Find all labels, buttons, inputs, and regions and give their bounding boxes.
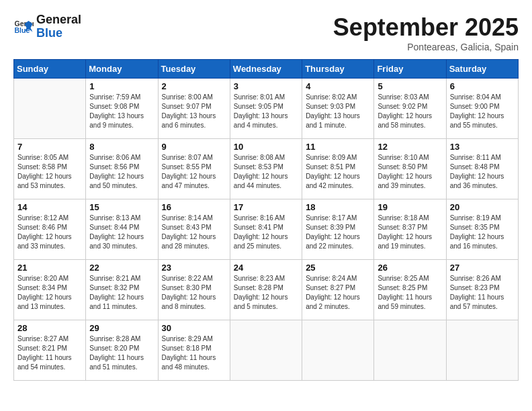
day-info: Sunrise: 8:11 AM Sunset: 8:48 PM Dayligh… (450, 153, 515, 191)
day-number: 24 (234, 263, 298, 273)
calendar-cell: 19Sunrise: 8:18 AM Sunset: 8:37 PM Dayli… (374, 199, 446, 260)
calendar-table: SundayMondayTuesdayWednesdayThursdayFrid… (13, 59, 519, 381)
calendar-cell: 1Sunrise: 7:59 AM Sunset: 9:08 PM Daylig… (86, 79, 158, 139)
day-number: 23 (162, 263, 226, 273)
day-number: 20 (450, 202, 515, 212)
day-number: 7 (17, 142, 82, 152)
calendar-cell: 24Sunrise: 8:23 AM Sunset: 8:28 PM Dayli… (230, 260, 302, 320)
calendar-cell: 29Sunrise: 8:28 AM Sunset: 8:20 PM Dayli… (86, 320, 158, 381)
logo-blue-text: Blue (36, 26, 62, 40)
day-number: 8 (89, 142, 154, 152)
logo-general: General (36, 13, 81, 26)
calendar-cell: 10Sunrise: 8:08 AM Sunset: 8:53 PM Dayli… (230, 139, 302, 199)
day-number: 14 (17, 202, 82, 212)
day-number: 25 (306, 263, 370, 273)
day-info: Sunrise: 8:23 AM Sunset: 8:28 PM Dayligh… (234, 274, 298, 312)
weekday-header-sunday: Sunday (14, 60, 86, 79)
day-info: Sunrise: 8:01 AM Sunset: 9:05 PM Dayligh… (234, 93, 298, 130)
day-info: Sunrise: 8:14 AM Sunset: 8:43 PM Dayligh… (162, 214, 226, 251)
day-number: 16 (162, 202, 226, 212)
calendar-cell: 20Sunrise: 8:19 AM Sunset: 8:35 PM Dayli… (446, 199, 518, 260)
day-info: Sunrise: 8:10 AM Sunset: 8:50 PM Dayligh… (378, 153, 442, 191)
weekday-header-saturday: Saturday (446, 60, 518, 79)
day-info: Sunrise: 8:16 AM Sunset: 8:41 PM Dayligh… (234, 214, 298, 251)
day-info: Sunrise: 8:20 AM Sunset: 8:34 PM Dayligh… (17, 274, 82, 312)
day-number: 1 (89, 81, 154, 91)
calendar-week-row: 28Sunrise: 8:27 AM Sunset: 8:21 PM Dayli… (14, 320, 519, 381)
weekday-header-thursday: Thursday (302, 60, 374, 79)
day-number: 27 (450, 263, 515, 273)
weekday-header-friday: Friday (374, 60, 446, 79)
day-number: 26 (378, 263, 442, 273)
day-info: Sunrise: 8:24 AM Sunset: 8:27 PM Dayligh… (306, 274, 370, 312)
day-number: 6 (450, 81, 515, 91)
calendar-cell (302, 320, 374, 381)
day-number: 17 (234, 202, 298, 212)
calendar-cell: 6Sunrise: 8:04 AM Sunset: 9:00 PM Daylig… (446, 79, 518, 139)
month-title: September 2025 (333, 13, 519, 42)
header: General Blue General Blue September 2025… (13, 13, 519, 52)
day-info: Sunrise: 8:19 AM Sunset: 8:35 PM Dayligh… (450, 214, 515, 251)
day-number: 12 (378, 142, 442, 152)
day-number: 21 (17, 263, 82, 273)
calendar-cell: 5Sunrise: 8:03 AM Sunset: 9:02 PM Daylig… (374, 79, 446, 139)
calendar-cell: 8Sunrise: 8:06 AM Sunset: 8:56 PM Daylig… (86, 139, 158, 199)
day-info: Sunrise: 8:02 AM Sunset: 9:03 PM Dayligh… (306, 93, 370, 130)
day-info: Sunrise: 8:27 AM Sunset: 8:21 PM Dayligh… (17, 334, 82, 372)
day-number: 3 (234, 81, 298, 91)
calendar-cell: 25Sunrise: 8:24 AM Sunset: 8:27 PM Dayli… (302, 260, 374, 320)
day-info: Sunrise: 8:03 AM Sunset: 9:02 PM Dayligh… (378, 93, 442, 130)
calendar-cell: 18Sunrise: 8:17 AM Sunset: 8:39 PM Dayli… (302, 199, 374, 260)
calendar-cell (374, 320, 446, 381)
title-area: September 2025 Ponteareas, Galicia, Spai… (333, 13, 519, 52)
calendar-cell: 12Sunrise: 8:10 AM Sunset: 8:50 PM Dayli… (374, 139, 446, 199)
day-number: 29 (89, 323, 154, 333)
calendar-cell (446, 320, 518, 381)
weekday-header-tuesday: Tuesday (158, 60, 230, 79)
calendar-week-row: 14Sunrise: 8:12 AM Sunset: 8:46 PM Dayli… (14, 199, 519, 260)
calendar-cell (14, 79, 86, 139)
weekday-header-monday: Monday (86, 60, 158, 79)
day-number: 22 (89, 263, 154, 273)
day-info: Sunrise: 8:04 AM Sunset: 9:00 PM Dayligh… (450, 93, 515, 130)
calendar-cell: 17Sunrise: 8:16 AM Sunset: 8:41 PM Dayli… (230, 199, 302, 260)
day-number: 30 (162, 323, 226, 333)
calendar-cell: 14Sunrise: 8:12 AM Sunset: 8:46 PM Dayli… (14, 199, 86, 260)
day-info: Sunrise: 8:12 AM Sunset: 8:46 PM Dayligh… (17, 214, 82, 251)
day-number: 18 (306, 202, 370, 212)
calendar-cell: 11Sunrise: 8:09 AM Sunset: 8:51 PM Dayli… (302, 139, 374, 199)
calendar-cell: 13Sunrise: 8:11 AM Sunset: 8:48 PM Dayli… (446, 139, 518, 199)
calendar-cell: 15Sunrise: 8:13 AM Sunset: 8:44 PM Dayli… (86, 199, 158, 260)
calendar-cell: 30Sunrise: 8:29 AM Sunset: 8:18 PM Dayli… (158, 320, 230, 381)
day-info: Sunrise: 7:59 AM Sunset: 9:08 PM Dayligh… (89, 93, 154, 130)
logo-text-line1: General (36, 13, 81, 27)
calendar-cell: 21Sunrise: 8:20 AM Sunset: 8:34 PM Dayli… (14, 260, 86, 320)
calendar-week-row: 7Sunrise: 8:05 AM Sunset: 8:58 PM Daylig… (14, 139, 519, 199)
day-number: 9 (162, 142, 226, 152)
weekday-header-row: SundayMondayTuesdayWednesdayThursdayFrid… (14, 60, 519, 79)
calendar-cell: 28Sunrise: 8:27 AM Sunset: 8:21 PM Dayli… (14, 320, 86, 381)
day-number: 5 (378, 81, 442, 91)
calendar-cell: 4Sunrise: 8:02 AM Sunset: 9:03 PM Daylig… (302, 79, 374, 139)
calendar-cell: 2Sunrise: 8:00 AM Sunset: 9:07 PM Daylig… (158, 79, 230, 139)
day-info: Sunrise: 8:17 AM Sunset: 8:39 PM Dayligh… (306, 214, 370, 251)
logo-text-line2: Blue (36, 27, 81, 40)
calendar-cell: 9Sunrise: 8:07 AM Sunset: 8:55 PM Daylig… (158, 139, 230, 199)
location-subtitle: Ponteareas, Galicia, Spain (333, 42, 519, 52)
day-info: Sunrise: 8:13 AM Sunset: 8:44 PM Dayligh… (89, 214, 154, 251)
day-info: Sunrise: 8:08 AM Sunset: 8:53 PM Dayligh… (234, 153, 298, 191)
calendar-cell: 26Sunrise: 8:25 AM Sunset: 8:25 PM Dayli… (374, 260, 446, 320)
logo-icon: General Blue (13, 17, 34, 37)
day-number: 13 (450, 142, 515, 152)
day-number: 4 (306, 81, 370, 91)
calendar-cell: 3Sunrise: 8:01 AM Sunset: 9:05 PM Daylig… (230, 79, 302, 139)
calendar-cell: 16Sunrise: 8:14 AM Sunset: 8:43 PM Dayli… (158, 199, 230, 260)
day-number: 10 (234, 142, 298, 152)
day-info: Sunrise: 8:07 AM Sunset: 8:55 PM Dayligh… (162, 153, 226, 191)
calendar-cell: 23Sunrise: 8:22 AM Sunset: 8:30 PM Dayli… (158, 260, 230, 320)
calendar-cell: 22Sunrise: 8:21 AM Sunset: 8:32 PM Dayli… (86, 260, 158, 320)
calendar-week-row: 1Sunrise: 7:59 AM Sunset: 9:08 PM Daylig… (14, 79, 519, 139)
day-number: 11 (306, 142, 370, 152)
day-info: Sunrise: 8:00 AM Sunset: 9:07 PM Dayligh… (162, 93, 226, 130)
day-info: Sunrise: 8:09 AM Sunset: 8:51 PM Dayligh… (306, 153, 370, 191)
